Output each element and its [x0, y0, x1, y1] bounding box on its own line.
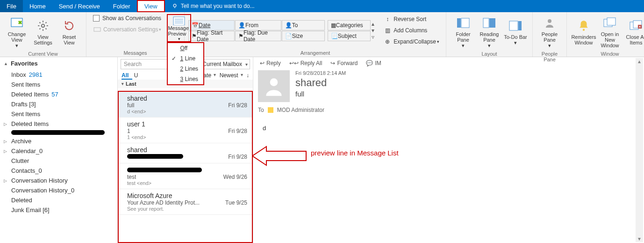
- to-icon: 👤: [285, 22, 292, 29]
- nav-item[interactable]: Deleted Items57: [0, 89, 117, 99]
- nav-item[interactable]: Calendar_0: [0, 146, 117, 156]
- change-view-icon: [8, 16, 25, 30]
- reply-button[interactable]: ↩Reply: [260, 60, 281, 66]
- arrangement-scroll-up[interactable]: ▴: [372, 21, 376, 27]
- svg-rect-18: [607, 18, 615, 25]
- reminders-window-button[interactable]: Reminders Window: [571, 17, 597, 47]
- message-item[interactable]: sharedfullFri 9/28d <end>: [119, 92, 252, 118]
- sort-icon: ↕: [383, 15, 392, 23]
- tab-file[interactable]: File: [0, 0, 23, 12]
- nav-item[interactable]: Clutter: [0, 156, 117, 166]
- categories-icon: ▦: [331, 22, 336, 29]
- reading-pane-icon: [481, 16, 498, 30]
- nav-item[interactable]: Conversation History: [0, 176, 117, 185]
- nav-item[interactable]: Sent Items: [0, 109, 117, 119]
- nav-item[interactable]: Deleted: [0, 195, 117, 205]
- size-icon: 📄: [285, 33, 292, 39]
- tab-view[interactable]: View: [137, 0, 165, 12]
- subject-icon: 📃: [331, 33, 338, 39]
- search-scope-dropdown[interactable]: Current Mailbox: [199, 59, 250, 69]
- im-icon: 💬: [366, 60, 373, 66]
- expand-icon: ⊕: [383, 37, 392, 46]
- forward-button[interactable]: ↪Forward: [330, 60, 358, 66]
- nav-item[interactable]: Drafts [3]: [0, 99, 117, 109]
- svg-rect-10: [461, 18, 469, 28]
- reverse-sort-button[interactable]: ↕Reverse Sort: [380, 14, 442, 24]
- nav-item[interactable]: [0, 129, 117, 136]
- svg-point-0: [173, 4, 176, 7]
- folder-nav: Favorites Inbox2981Sent ItemsDeleted Ite…: [0, 57, 118, 243]
- show-as-conversations-toggle[interactable]: Show as Conversations: [90, 14, 164, 22]
- preview-1-line[interactable]: 1 Line: [168, 53, 203, 64]
- conversation-settings-button[interactable]: Conversation Settings▾: [90, 24, 164, 35]
- svg-rect-14: [518, 21, 522, 30]
- arrangement-gallery[interactable]: 📅Date 👤From 👤To ⚑Flag: Start Date ⚑Flag:…: [188, 20, 325, 41]
- calendar-icon: 📅: [192, 22, 199, 29]
- folder-pane-button[interactable]: Folder Pane▾: [450, 14, 476, 50]
- tab-send-receive[interactable]: Send / Receive: [52, 0, 107, 12]
- close-all-icon: [628, 19, 644, 33]
- close-all-button[interactable]: Close All Items: [623, 17, 644, 47]
- nav-item[interactable]: Contacts_0: [0, 166, 117, 176]
- group-label-window: Window: [571, 50, 644, 57]
- flag-start-icon: ⚑: [192, 33, 197, 39]
- add-columns-button[interactable]: ▥Add Columns: [380, 25, 442, 36]
- bell-icon: [575, 19, 592, 33]
- svg-rect-12: [489, 18, 495, 28]
- message-item[interactable]: sharedFri 9/28: [119, 143, 252, 163]
- message-item[interactable]: testWed 9/26test <end>: [119, 163, 252, 189]
- svg-rect-9: [457, 18, 461, 28]
- preview-3-lines[interactable]: 3 Lines: [168, 74, 203, 84]
- nav-item[interactable]: Deleted Items: [0, 119, 117, 129]
- sender-avatar: [258, 70, 290, 102]
- group-label-layout: Layout: [450, 50, 529, 57]
- nav-item[interactable]: Archive: [0, 136, 117, 146]
- im-button[interactable]: 💬IM: [366, 60, 381, 66]
- group-window: Reminders Window Open in New Window Clos…: [567, 12, 644, 57]
- to-recipient: MOD Administrator: [277, 107, 324, 113]
- expand-collapse-button[interactable]: ⊕Expand/Collapse▾: [380, 37, 442, 47]
- reading-pane-button[interactable]: Reading Pane▾: [476, 14, 502, 50]
- message-item[interactable]: user 11Fri 9/281 <end>: [119, 118, 252, 143]
- reading-pane: ↩Reply ↩↩Reply All ↪Forward 💬IM Fri 9/28…: [253, 57, 644, 243]
- todo-bar-button[interactable]: To-Do Bar▾: [502, 17, 529, 47]
- sort-direction-icon[interactable]: ↓: [246, 72, 249, 79]
- reply-all-button[interactable]: ↩↩Reply All: [289, 60, 322, 66]
- svg-point-3: [42, 24, 45, 28]
- arrangement-scroll-down[interactable]: ▾: [372, 27, 376, 34]
- open-new-window-button[interactable]: Open in New Window: [597, 14, 623, 50]
- message-preview-button[interactable]: Message Preview ▾: [167, 14, 191, 42]
- columns-icon: ▥: [383, 26, 392, 35]
- message-body: d: [258, 125, 639, 132]
- nav-item[interactable]: Sent Items: [0, 80, 117, 89]
- nav-item[interactable]: Conversation History_0: [0, 185, 117, 195]
- tab-home[interactable]: Home: [23, 0, 52, 12]
- people-icon: [541, 16, 558, 30]
- view-settings-button[interactable]: View Settings: [30, 17, 56, 47]
- preview-2-lines[interactable]: 2 Lines: [168, 64, 203, 74]
- filter-all[interactable]: All: [122, 72, 132, 80]
- reset-view-button[interactable]: Reset View: [56, 17, 82, 47]
- arrangement-expand[interactable]: ▿: [372, 34, 376, 40]
- group-layout: Folder Pane▾ Reading Pane▾ To-Do Bar▾ La…: [446, 12, 533, 57]
- favorites-header[interactable]: Favorites: [0, 57, 117, 70]
- sort-newest[interactable]: Newest: [220, 72, 245, 79]
- reading-pane-scrollbar[interactable]: ▴▾: [636, 58, 643, 242]
- group-label-current-view: Current View: [4, 50, 82, 57]
- svg-rect-13: [509, 21, 518, 30]
- people-pane-button[interactable]: People Pane▾: [537, 14, 563, 50]
- message-preview-icon: [172, 16, 186, 25]
- filter-unread[interactable]: U: [134, 72, 138, 79]
- folder-pane-icon: [455, 16, 472, 30]
- todo-bar-icon: [507, 19, 524, 33]
- preview-off[interactable]: Off: [168, 43, 203, 53]
- tab-folder[interactable]: Folder: [107, 0, 137, 12]
- nav-item[interactable]: Junk Email [6]: [0, 205, 117, 215]
- tell-me[interactable]: Tell me what you want to do...: [165, 0, 261, 12]
- message-subject: full: [295, 90, 346, 98]
- change-view-button[interactable]: Change View▾: [4, 14, 30, 50]
- message-item[interactable]: Microsoft AzureYour Azure AD Identity Pr…: [119, 189, 252, 215]
- nav-item[interactable]: Inbox2981: [0, 70, 117, 80]
- group-messages: Show as Conversations Conversation Setti…: [86, 12, 185, 57]
- group-people-pane: People Pane▾ People Pane: [533, 12, 567, 57]
